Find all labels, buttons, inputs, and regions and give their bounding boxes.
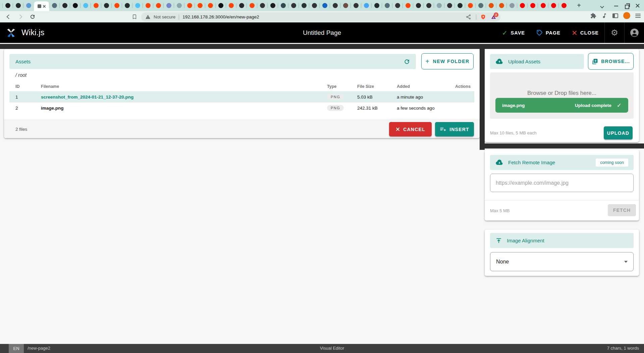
browser-tab[interactable]	[226, 0, 236, 11]
share-icon[interactable]	[466, 14, 471, 20]
security-label[interactable]: Not secure	[154, 14, 175, 19]
browser-tab[interactable]	[538, 0, 548, 11]
browser-tab[interactable]	[403, 0, 413, 11]
asset-row[interactable]: 1 screenshot_from_2024-01-21_12-37-20.pn…	[9, 91, 474, 102]
page-path[interactable]: /new-page2	[28, 346, 50, 351]
browser-tab[interactable]	[23, 0, 34, 11]
browser-tab[interactable]	[278, 0, 288, 11]
asset-filename[interactable]: screenshot_from_2024-01-21_12-37-20.png	[41, 95, 327, 100]
browser-profile-avatar[interactable]	[623, 12, 630, 19]
upload-dropzone[interactable]: Browse or Drop files here... image.png U…	[490, 72, 634, 119]
browser-tab[interactable]	[559, 0, 569, 11]
new-folder-button[interactable]: + NEW FOLDER	[421, 53, 474, 69]
browser-tab[interactable]	[476, 0, 486, 11]
browser-tab[interactable]	[413, 0, 424, 11]
browser-tab[interactable]	[236, 0, 247, 11]
browser-tab[interactable]	[60, 0, 70, 11]
tab-search-chevron-icon[interactable]	[600, 4, 604, 8]
bookmark-icon[interactable]	[130, 12, 139, 21]
app-brand[interactable]: Wiki.js	[0, 27, 45, 38]
window-restore-button[interactable]	[624, 3, 630, 9]
alignment-select[interactable]: None	[490, 252, 634, 271]
browser-tab[interactable]	[517, 0, 528, 11]
browser-tab[interactable]	[548, 0, 559, 11]
browser-tab[interactable]	[3, 0, 13, 11]
browser-tab[interactable]	[444, 0, 455, 11]
remote-url-input[interactable]	[490, 174, 634, 192]
new-tab-button[interactable]: +	[575, 2, 583, 10]
brave-rewards-icon[interactable]: 2	[491, 14, 496, 20]
forward-button[interactable]	[16, 12, 25, 21]
browser-tab[interactable]	[309, 0, 320, 11]
browser-tab[interactable]	[34, 1, 49, 11]
tab-favicon-icon	[218, 3, 223, 8]
browser-tab[interactable]	[340, 0, 351, 11]
upload-button[interactable]: UPLOAD	[604, 126, 633, 139]
browser-tab[interactable]	[268, 0, 278, 11]
tab-close-icon[interactable]	[43, 5, 46, 8]
fetch-button[interactable]: FETCH	[608, 204, 636, 216]
browser-tab[interactable]	[372, 0, 382, 11]
url-text[interactable]: 192.168.178.26:3000/e/en/new-page2	[182, 14, 466, 19]
browser-tab[interactable]	[434, 0, 444, 11]
browser-tab[interactable]	[132, 0, 143, 11]
browser-tab[interactable]	[112, 0, 122, 11]
browse-button[interactable]: BROWSE...	[588, 53, 634, 70]
browser-tab[interactable]	[184, 0, 195, 11]
extensions-puzzle-icon[interactable]	[590, 13, 596, 19]
close-editor-button[interactable]: CLOSE	[566, 22, 604, 43]
save-button[interactable]: ✓ SAVE	[496, 22, 531, 43]
editor-settings-button[interactable]: ⚙	[605, 22, 624, 43]
reload-button[interactable]	[28, 12, 37, 21]
browser-tab[interactable]	[382, 0, 392, 11]
browser-tab[interactable]	[330, 0, 340, 11]
browser-tab[interactable]	[486, 0, 496, 11]
browser-tab[interactable]	[13, 0, 23, 11]
browser-tab[interactable]	[320, 0, 330, 11]
browser-tab[interactable]	[465, 0, 476, 11]
browser-tab[interactable]	[205, 0, 216, 11]
browser-tab[interactable]	[101, 0, 112, 11]
browser-tab[interactable]	[288, 0, 299, 11]
browser-tab[interactable]	[164, 0, 174, 11]
browser-tab[interactable]	[70, 0, 80, 11]
address-bar[interactable]: Not secure 192.168.178.26:3000/e/en/new-…	[141, 12, 500, 21]
browser-tab[interactable]	[195, 0, 205, 11]
browser-tab[interactable]	[122, 0, 132, 11]
window-close-button[interactable]	[635, 3, 641, 9]
browser-tab[interactable]	[91, 0, 101, 11]
browser-tab[interactable]	[496, 0, 507, 11]
browser-tab[interactable]	[174, 0, 184, 11]
browser-tab[interactable]	[528, 0, 538, 11]
account-button[interactable]	[625, 22, 644, 43]
asset-row[interactable]: 2 image.png PNG 242.31 kB a few seconds …	[9, 102, 474, 113]
browser-tab[interactable]	[351, 0, 361, 11]
browser-tab[interactable]	[216, 0, 226, 11]
browser-tab[interactable]	[392, 0, 403, 11]
browser-tab[interactable]	[143, 0, 153, 11]
browser-tab[interactable]	[424, 0, 434, 11]
page-properties-button[interactable]: PAGE	[531, 22, 566, 43]
browser-tab[interactable]	[507, 0, 517, 11]
sidebar-toggle-icon[interactable]	[612, 13, 618, 18]
browser-tab[interactable]	[455, 0, 465, 11]
refresh-button[interactable]	[402, 57, 412, 67]
locale-chip[interactable]: EN	[9, 344, 24, 353]
browser-tab[interactable]	[257, 0, 268, 11]
back-button[interactable]	[4, 12, 13, 21]
browser-tab[interactable]	[299, 0, 309, 11]
browser-menu-icon[interactable]	[635, 14, 641, 18]
browser-tab[interactable]	[153, 0, 164, 11]
media-controls-icon[interactable]	[601, 13, 607, 19]
brave-shield-icon[interactable]	[480, 14, 486, 20]
browser-tab[interactable]	[49, 0, 60, 11]
window-minimize-button[interactable]	[613, 3, 619, 9]
upload-title: Upload Assets	[508, 59, 540, 64]
browser-tab[interactable]	[80, 0, 91, 11]
browser-tab[interactable]	[361, 0, 372, 11]
cancel-button[interactable]: CANCEL	[389, 122, 432, 136]
asset-filename[interactable]: image.png	[41, 106, 327, 111]
insert-button[interactable]: INSERT	[435, 122, 474, 136]
browser-tab[interactable]	[247, 0, 257, 11]
breadcrumb[interactable]: / root	[15, 72, 26, 78]
